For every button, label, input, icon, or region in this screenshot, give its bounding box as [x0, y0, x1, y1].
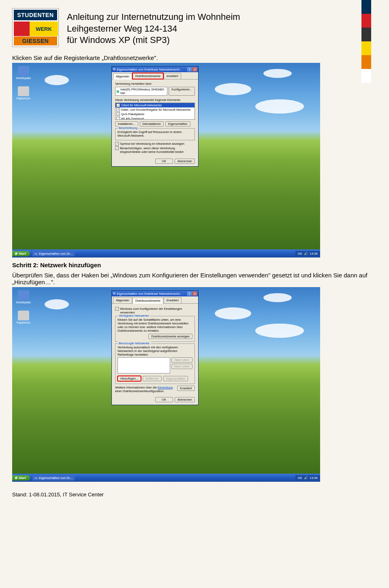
- elements-list[interactable]: ✓Client für Microsoft-Netzwerke ✓Datei- …: [115, 103, 195, 120]
- step-2-text: Überprüfen Sie, dass der Haken bei „Wind…: [12, 272, 373, 285]
- logo-text-bot: GIESSEN: [14, 36, 57, 45]
- windows-icon: ⊞: [15, 252, 17, 255]
- elements-label: Diese Verbindung verwendet folgende Elem…: [115, 98, 195, 102]
- desktop-icon-label: Papierkorb: [17, 97, 30, 100]
- taskbar-item[interactable]: ▭Eigenschaften von Dr...: [32, 475, 75, 481]
- tab-erweitert[interactable]: erweitert: [164, 73, 181, 79]
- logo-text-mid: WERK: [30, 21, 58, 36]
- taskbar-item[interactable]: ▭Eigenschaften von Dr...: [32, 251, 75, 256]
- show-networks-button[interactable]: Drahtlosnetzwerke anzeigen: [148, 334, 192, 339]
- help-icon[interactable]: ?: [187, 67, 192, 71]
- properties-button[interactable]: Eigenschaften: [163, 376, 188, 381]
- window-icon: ▭: [34, 252, 38, 255]
- desktop-icon-arbeitsplatz[interactable]: Arbeitsplatz: [15, 66, 32, 79]
- system-tray[interactable]: DE🔊13:36: [295, 251, 320, 256]
- setup-link[interactable]: Einrichtung: [158, 386, 173, 389]
- advanced-button[interactable]: Erweitert: [177, 386, 195, 391]
- windows-icon: ⊞: [15, 476, 17, 480]
- description-text: Ermöglicht den Zugriff auf Ressourcen in…: [118, 130, 192, 137]
- tab-allgemein[interactable]: Allgemein: [113, 73, 132, 79]
- taskbar: ⊞Start ▭Eigenschaften von Dr... DE🔊13:36: [12, 249, 320, 258]
- dialog-title: Eigenschaften von Drahtlose Netzwerkverb…: [117, 68, 182, 71]
- ok-button[interactable]: OK: [155, 397, 173, 402]
- preferred-text: Verbindung automatisch mit den verfügbar…: [118, 346, 192, 356]
- uninstall-button[interactable]: Deinstallieren: [140, 121, 164, 127]
- ok-button[interactable]: OK: [155, 159, 173, 164]
- cancel-button[interactable]: Abbrechen: [175, 397, 195, 402]
- checkbox-windows-configure[interactable]: ✓Windows zum Konfigurieren der Einstellu…: [115, 307, 195, 314]
- preferred-networks-group: Bevorzugte Netzwerke: Verbindung automat…: [115, 343, 195, 384]
- tab-drahtlosnetzwerke[interactable]: Drahtlosnetzwerke: [133, 73, 163, 79]
- dialog-titlebar[interactable]: ⧉ Eigenschaften von Drahtlose Netzwerkve…: [112, 291, 198, 296]
- preferred-list[interactable]: [118, 357, 170, 373]
- remove-button[interactable]: Entfernen: [143, 376, 162, 381]
- wifi-icon: ⧉: [113, 67, 115, 71]
- cancel-button[interactable]: Abbrechen: [175, 159, 195, 164]
- network-icon: ▦: [116, 90, 120, 93]
- checkbox-notify[interactable]: ✓Benachrichtigen, wenn diese Verbindung …: [115, 146, 195, 154]
- color-stripes: [361, 0, 371, 83]
- desktop-icon-arbeitsplatz[interactable]: Arbeitsplatz: [15, 290, 32, 304]
- tab-row: Allgemein Drahtlosnetzwerke Erweitert: [112, 296, 198, 304]
- wifi-icon: ⧉: [113, 292, 115, 296]
- dialog-title: Eigenschaften von Drahtlose Netzwerkverb…: [117, 292, 182, 296]
- configure-button[interactable]: Konfigurieren...: [169, 87, 195, 96]
- logo-text-top: STUDENTEN: [14, 10, 57, 20]
- dialog-properties: ⧉ Eigenschaften von Drahtlose Netzwerkve…: [111, 66, 199, 167]
- tray-icon: 🔊: [304, 252, 308, 255]
- page-title: Anleitung zur Internetnutzung im Wohnhei…: [67, 8, 240, 46]
- move-up-button[interactable]: Nach oben: [171, 357, 192, 363]
- help-icon[interactable]: ?: [187, 292, 192, 296]
- add-button[interactable]: Hinzufügen...: [118, 376, 141, 381]
- available-text: Klicken Sie auf die Schaltfläche unten, …: [118, 318, 192, 333]
- move-down-button[interactable]: Nach unten: [171, 364, 192, 369]
- page-footer: Stand: 1-08.01.2015, IT Service Center: [12, 491, 373, 498]
- dialog-titlebar[interactable]: ⧉ Eigenschaften von Drahtlose Netzwerkve…: [112, 67, 198, 72]
- tray-icon: 🔊: [304, 476, 308, 480]
- title-line-1: Anleitung zur Internetnutzung im Wohnhei…: [67, 11, 240, 23]
- title-line-2: Leihgesterner Weg 124-134: [67, 23, 240, 35]
- tab-drahtlosnetzwerke[interactable]: Drahtlosnetzwerke: [133, 298, 163, 304]
- window-icon: ▭: [34, 476, 38, 480]
- step-2-heading: Schritt 2: Netzwerk hinzufügen: [12, 262, 373, 268]
- start-button[interactable]: ⊞Start: [12, 251, 30, 256]
- description-group: Beschreibung Ermöglicht den Zugriff auf …: [115, 128, 195, 140]
- desktop-icon-label: Arbeitsplatz: [16, 77, 31, 79]
- start-button[interactable]: ⊞Start: [12, 475, 30, 481]
- dialog-properties-2: ⧉ Eigenschaften von Drahtlose Netzwerkve…: [111, 290, 199, 405]
- tab-row: Allgemein Drahtlosnetzwerke erweitert: [112, 72, 198, 79]
- close-icon[interactable]: ✕: [192, 67, 197, 71]
- close-icon[interactable]: ✕: [192, 292, 197, 296]
- intro-text: Klicken Sie auf die Registerkarte „Draht…: [12, 54, 373, 61]
- system-tray[interactable]: DE🔊13:36: [295, 475, 320, 481]
- screenshot-1: Arbeitsplatz Papierkorb ⧉ Eigenschaften …: [12, 63, 320, 258]
- header: STUDENTEN WERK GIESSEN Anleitung zur Int…: [12, 8, 373, 47]
- connect-label: Verbindung herstellen über:: [115, 82, 195, 86]
- available-networks-group: Verfügbare Netzwerke: Klicken Sie auf di…: [115, 316, 195, 342]
- properties-button[interactable]: Eigenschaften: [165, 121, 190, 127]
- logo: STUDENTEN WERK GIESSEN: [12, 8, 59, 47]
- taskbar: ⊞Start ▭Eigenschaften von Dr... DE🔊13:36: [12, 474, 320, 482]
- tab-allgemein[interactable]: Allgemein: [113, 297, 132, 303]
- screenshot-2: Arbeitsplatz Papierkorb ⧉ Eigenschaften …: [12, 287, 320, 482]
- desktop-icon-papierkorb[interactable]: Papierkorb: [15, 311, 32, 324]
- title-line-3: für Windows XP (mit SP3): [67, 34, 240, 46]
- desktop-icon-papierkorb[interactable]: Papierkorb: [15, 86, 32, 100]
- tab-erweitert[interactable]: Erweitert: [164, 297, 182, 303]
- info-text: Weitere Informationen über die Einrichtu…: [115, 386, 175, 393]
- adapter-field: ▦Intel(R) PRO/Wireless 3945ABG Net: [115, 87, 167, 96]
- checkbox-tray-icon[interactable]: ✓Symbol bei Verbindung im Infobereich an…: [115, 142, 195, 146]
